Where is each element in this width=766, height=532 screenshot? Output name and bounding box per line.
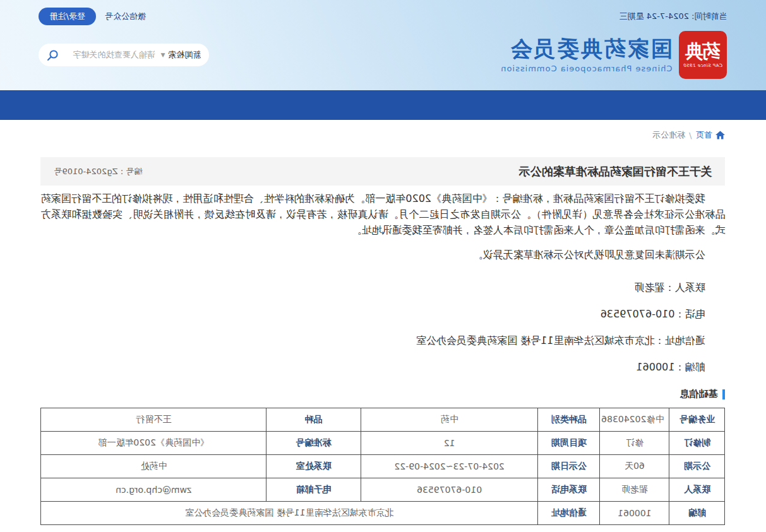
info-label-cell: 通信地址	[538, 502, 600, 525]
breadcrumb-current: 标准公示	[652, 129, 685, 141]
current-time: 当前时间: 2024-7-24 星期三	[619, 11, 727, 22]
chevron-down-icon: ▼	[161, 52, 165, 58]
notice-number: 编号：Zg2024-0109号	[54, 166, 143, 177]
login-register-button[interactable]: 登录/注册	[39, 8, 96, 25]
breadcrumb-home-link[interactable]: 首页	[696, 129, 712, 141]
notice-contact-line: 邮编：100061	[41, 359, 726, 375]
info-value-cell: 王不留行	[41, 408, 266, 432]
seal-characters: 药典	[686, 42, 721, 61]
breadcrumb-separator: /	[689, 131, 691, 140]
info-value-cell: 翟老师	[600, 478, 669, 502]
info-label-cell: 电子邮箱	[266, 478, 361, 502]
site-header: 当前时间: 2024-7-24 星期三 微信公众号 登录/注册 药典 CAP S…	[0, 0, 766, 90]
search-input[interactable]: 请输入要查找的关键字	[65, 49, 155, 61]
table-row: 公示期60天公示日期2024-07-23~2024-09-22联系处室中药处	[41, 455, 725, 478]
search-bar[interactable]: 新闻检索 ▼ 请输入要查找的关键字	[39, 44, 210, 66]
notice-paragraph: 我委拟修订王不留行国家药品标准，标准编号：《中国药典》2020年版一部。为确保标…	[41, 191, 726, 238]
table-row: 制修订修订项目周期12标准编号《中国药典》2020年版一部	[41, 432, 725, 455]
info-value-cell: 12	[361, 432, 538, 455]
main-content: 首页 / 标准公示 关于王不留行国家药品标准草案的公示 编号：Zg2024-01…	[41, 129, 726, 525]
info-value-cell: 中药处	[41, 455, 266, 478]
search-category-label: 新闻检索	[169, 49, 201, 61]
table-row: 联系人翟老师联系电话010-67079536电子邮箱zwm@chp.org.cn	[41, 478, 725, 502]
basic-info-table: 业务编号中修20240386品种类别中药品种王不留行制修订修订项目周期12标准编…	[41, 408, 726, 525]
info-label-cell: 邮编	[669, 502, 725, 525]
site-title-cn: 国家药典委员会	[500, 37, 672, 61]
breadcrumb: 首页 / 标准公示	[41, 129, 726, 141]
seal-caption: CAP Since 1950	[683, 63, 722, 68]
search-category-select[interactable]: 新闻检索 ▼	[161, 49, 201, 61]
site-logo[interactable]: 药典 CAP Since 1950 国家药典委员会 Chinese Pharma…	[500, 31, 727, 79]
notice-title-bar: 关于王不留行国家药品标准草案的公示 编号：Zg2024-0109号	[41, 157, 726, 186]
notice-title: 关于王不留行国家药品标准草案的公示	[519, 164, 712, 179]
page: 当前时间: 2024-7-24 星期三 微信公众号 登录/注册 药典 CAP S…	[0, 0, 766, 532]
wechat-account-link[interactable]: 微信公众号	[105, 11, 146, 22]
nav-band	[0, 90, 766, 120]
info-label-cell: 制修订	[669, 432, 725, 455]
notice-paragraph: 公示期满未回复意见即视为对公示标准草案无异议。	[41, 247, 726, 263]
info-value-cell: 60天	[600, 455, 669, 478]
basic-info-title: 基础信息	[680, 388, 718, 400]
info-value-cell: 100061	[600, 502, 669, 525]
mirrored-viewport: 当前时间: 2024-7-24 星期三 微信公众号 登录/注册 药典 CAP S…	[0, 0, 766, 532]
info-label-cell: 标准编号	[266, 432, 361, 455]
table-row: 邮编100061通信地址北京市东城区法华南里11号楼 国家药典委员会办公室	[41, 502, 725, 525]
info-label-cell: 联系电话	[538, 478, 600, 502]
basic-info-header: 基础信息	[41, 388, 726, 400]
notice-body: 我委拟修订王不留行国家药品标准，标准编号：《中国药典》2020年版一部。为确保标…	[41, 191, 726, 375]
info-value-cell: 修订	[600, 432, 669, 455]
info-label-cell: 联系人	[669, 478, 725, 502]
info-value-cell: 中药	[361, 408, 538, 432]
site-title-en: Chinese Pharmacopoeia Commission	[500, 64, 672, 73]
info-label-cell: 联系处室	[266, 455, 361, 478]
info-value-cell: 010-67079536	[361, 478, 538, 502]
info-label-cell: 项目周期	[538, 432, 600, 455]
search-icon[interactable]	[47, 49, 59, 61]
info-value-cell: 中修20240386	[600, 408, 669, 432]
info-value-cell: zwm@chp.org.cn	[41, 478, 266, 502]
info-label-cell: 业务编号	[669, 408, 725, 432]
table-row: 业务编号中修20240386品种类别中药品种王不留行	[41, 408, 725, 432]
notice-contact-line: 电话：010-67079536	[41, 306, 726, 322]
info-value-cell: 北京市东城区法华南里11号楼 国家药典委员会办公室	[41, 502, 538, 525]
info-label-cell: 品种	[266, 408, 361, 432]
info-value-cell: 2024-07-23~2024-09-22	[361, 455, 538, 478]
info-value-cell: 《中国药典》2020年版一部	[41, 432, 266, 455]
notice-contact-line: 通信地址：北京市东城区法华南里11号楼 国家药典委员会办公室	[41, 333, 726, 348]
home-icon[interactable]	[716, 131, 726, 139]
info-label-cell: 公示期	[669, 455, 725, 478]
seal-logo-icon: 药典 CAP Since 1950	[679, 31, 727, 79]
notice-contact-line: 联系人：翟老师	[41, 280, 726, 295]
info-label-cell: 品种类别	[538, 408, 600, 432]
accent-bar	[723, 389, 726, 399]
info-label-cell: 公示日期	[538, 455, 600, 478]
